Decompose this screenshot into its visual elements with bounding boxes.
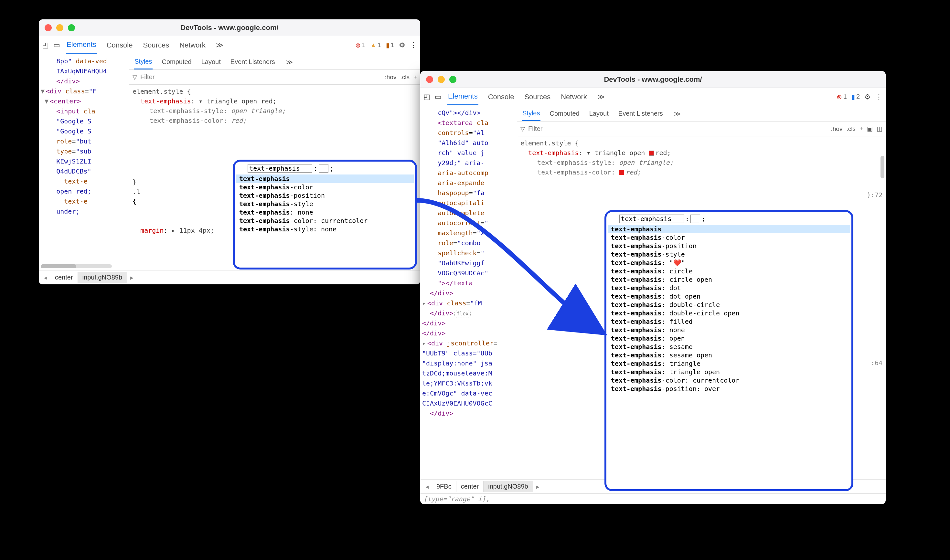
- flex-badge[interactable]: flex: [454, 310, 471, 318]
- tab-sources[interactable]: Sources: [524, 89, 551, 105]
- subtab-computed[interactable]: Computed: [161, 55, 192, 69]
- tab-console[interactable]: Console: [106, 37, 134, 53]
- ac-item[interactable]: text-emphasis: [608, 225, 850, 233]
- issues-count[interactable]: ▮1: [386, 42, 394, 49]
- tab-network[interactable]: Network: [560, 89, 588, 105]
- more-tabs-icon[interactable]: ≫: [215, 37, 224, 53]
- ac-item[interactable]: text-emphasis: open: [608, 334, 850, 343]
- crumb-input[interactable]: input.gNO89b: [483, 481, 533, 492]
- tab-elements[interactable]: Elements: [447, 88, 478, 105]
- crumb-center[interactable]: center: [51, 272, 78, 283]
- tab-elements[interactable]: Elements: [66, 37, 97, 54]
- ac-item[interactable]: text-emphasis: double-circle open: [608, 309, 850, 317]
- ac-item[interactable]: text-emphasis-position: [236, 191, 414, 200]
- ac-item[interactable]: text-emphasis-color: [236, 183, 414, 191]
- inspect-icon[interactable]: ◰: [423, 93, 430, 101]
- crumb-input[interactable]: input.gNO89b: [78, 272, 127, 283]
- ac-item[interactable]: text-emphasis: none: [608, 326, 850, 334]
- menu-icon[interactable]: ⋮: [875, 93, 882, 101]
- ac-item[interactable]: text-emphasis-position: [608, 242, 850, 250]
- subtab-event-listeners[interactable]: Event Listeners: [618, 107, 664, 120]
- horizontal-scrollbar[interactable]: [41, 264, 112, 268]
- crumb-9fbc[interactable]: 9FBc: [432, 481, 456, 492]
- computed-toggle-icon[interactable]: ▣: [867, 125, 873, 132]
- ac-item[interactable]: text-emphasis: [236, 174, 414, 183]
- color-swatch-icon[interactable]: [649, 151, 654, 156]
- message-count[interactable]: ▮2: [851, 93, 860, 101]
- subtab-styles[interactable]: Styles: [522, 106, 540, 121]
- menu-icon[interactable]: ⋮: [410, 41, 417, 49]
- dom-tree[interactable]: cQv"></div> <textarea cla controls="Al "…: [420, 106, 517, 479]
- crumb-right-arrow[interactable]: ▸: [533, 483, 543, 491]
- ac-item[interactable]: text-emphasis-color: [608, 233, 850, 242]
- warning-count[interactable]: ▲1: [370, 42, 382, 49]
- ac-item[interactable]: text-emphasis-color: currentcolor: [236, 217, 414, 225]
- error-count[interactable]: ⊗1: [836, 93, 847, 101]
- css-property-input[interactable]: [619, 215, 684, 223]
- ac-item[interactable]: text-emphasis: dot open: [608, 292, 850, 300]
- close-icon[interactable]: [45, 24, 52, 31]
- cls-toggle[interactable]: .cls: [400, 74, 410, 81]
- minimize-icon[interactable]: [438, 76, 445, 83]
- ac-item[interactable]: text-emphasis-style: [608, 250, 850, 258]
- device-icon[interactable]: ▭: [435, 93, 442, 101]
- new-rule-icon[interactable]: +: [413, 74, 417, 81]
- ac-item[interactable]: text-emphasis: filled: [608, 317, 850, 326]
- ac-item[interactable]: text-emphasis: "❤️": [608, 258, 850, 267]
- ac-item[interactable]: text-emphasis-color: currentcolor: [608, 376, 850, 385]
- tab-sources[interactable]: Sources: [142, 37, 170, 53]
- hov-toggle[interactable]: :hov: [385, 74, 396, 81]
- source-link[interactable]: ):72: [867, 190, 884, 200]
- ac-item[interactable]: text-emphasis: triangle: [608, 359, 850, 368]
- css-value-input[interactable]: [690, 215, 700, 223]
- subtab-layout[interactable]: Layout: [201, 55, 222, 69]
- ac-item[interactable]: text-emphasis: triangle open: [608, 368, 850, 376]
- sidebar-toggle-icon[interactable]: ◫: [877, 125, 882, 132]
- source-link[interactable]: :64: [871, 358, 884, 368]
- ac-item[interactable]: text-emphasis: circle: [608, 267, 850, 275]
- styles-filter-input[interactable]: [140, 73, 382, 81]
- crumb-center[interactable]: center: [456, 481, 484, 492]
- cls-toggle[interactable]: .cls: [846, 125, 856, 132]
- error-count[interactable]: ⊗1: [355, 42, 366, 49]
- ac-item[interactable]: text-emphasis: double-circle: [608, 300, 850, 309]
- new-rule-icon[interactable]: +: [859, 125, 863, 132]
- ac-item[interactable]: text-emphasis: sesame: [608, 343, 850, 351]
- more-subtabs-icon[interactable]: ≫: [285, 55, 294, 69]
- color-swatch-icon[interactable]: [619, 170, 624, 175]
- hov-toggle[interactable]: :hov: [831, 125, 842, 132]
- settings-icon[interactable]: ⚙: [864, 93, 871, 101]
- styles-filter-input[interactable]: [528, 125, 827, 132]
- ac-item[interactable]: text-emphasis: dot: [608, 284, 850, 292]
- more-tabs-icon[interactable]: ≫: [597, 89, 605, 105]
- ac-item[interactable]: text-emphasis-style: none: [236, 225, 414, 233]
- more-subtabs-icon[interactable]: ≫: [673, 107, 681, 121]
- crumb-left-arrow[interactable]: ◂: [422, 483, 432, 491]
- maximize-icon[interactable]: [449, 76, 456, 83]
- tab-console[interactable]: Console: [487, 89, 515, 105]
- minimize-icon[interactable]: [56, 24, 63, 31]
- maximize-icon[interactable]: [68, 24, 75, 31]
- settings-icon[interactable]: ⚙: [399, 41, 405, 49]
- css-value-input[interactable]: [319, 164, 328, 172]
- breadcrumb[interactable]: ◂ center input.gNO89b ▸: [39, 270, 420, 285]
- tab-network[interactable]: Network: [179, 37, 206, 53]
- inspect-icon[interactable]: ◰: [42, 41, 49, 49]
- crumb-left-arrow[interactable]: ◂: [41, 274, 51, 282]
- ac-item[interactable]: text-emphasis-style: [236, 200, 414, 208]
- subtab-styles[interactable]: Styles: [134, 55, 152, 69]
- subtab-layout[interactable]: Layout: [589, 107, 609, 120]
- ac-item[interactable]: text-emphasis: sesame open: [608, 351, 850, 359]
- css-property-input[interactable]: [248, 164, 312, 172]
- crumb-right-arrow[interactable]: ▸: [127, 274, 137, 282]
- autocomplete-list[interactable]: text-emphasis text-emphasis-color text-e…: [608, 224, 850, 487]
- dom-tree[interactable]: 8pb" data-ved IAxUqWUEAHQU4 </div> ▼<div…: [39, 54, 129, 270]
- vertical-scrollbar[interactable]: [881, 156, 884, 178]
- close-icon[interactable]: [426, 76, 433, 83]
- subtab-computed[interactable]: Computed: [549, 107, 580, 120]
- ac-item[interactable]: text-emphasis: circle open: [608, 275, 850, 284]
- subtab-event-listeners[interactable]: Event Listeners: [230, 55, 276, 69]
- device-icon[interactable]: ▭: [53, 41, 60, 49]
- ac-item[interactable]: text-emphasis: none: [236, 208, 414, 217]
- autocomplete-list[interactable]: text-emphasis text-emphasis-color text-e…: [236, 173, 414, 266]
